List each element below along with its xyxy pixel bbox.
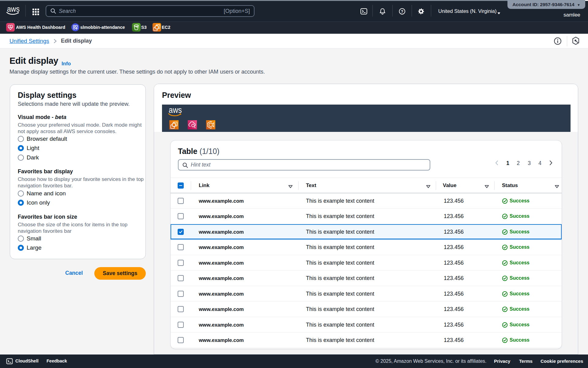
svg-text:?: ?	[401, 9, 403, 14]
svg-text:aws: aws	[7, 7, 20, 13]
svg-text:aws: aws	[169, 108, 182, 115]
